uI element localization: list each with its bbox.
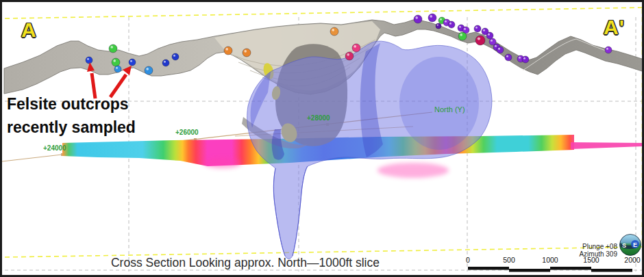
north-axis-label: North (Y) xyxy=(434,105,465,114)
sample-point-highlight xyxy=(225,48,228,51)
sample-point[interactable] xyxy=(474,25,481,32)
compass-letter-s: S xyxy=(622,242,626,249)
section-label-a: A xyxy=(21,18,37,42)
scale-bar-segment xyxy=(550,267,591,270)
sample-point-highlight xyxy=(483,29,485,31)
sample-point-highlight xyxy=(437,24,438,25)
sample-point-highlight xyxy=(415,16,418,19)
sample-point[interactable] xyxy=(112,58,120,66)
sample-point-highlight xyxy=(110,46,113,49)
sample-point[interactable] xyxy=(86,57,92,64)
felsite-annotation-line2: recently sampled xyxy=(7,116,136,139)
scale-label: 2000 xyxy=(619,256,644,264)
sample-point-highlight xyxy=(430,15,432,18)
sample-point[interactable] xyxy=(243,49,251,57)
scale-label: 1500 xyxy=(578,256,605,264)
axis-tick-label: +28000 xyxy=(307,114,330,122)
sample-point[interactable] xyxy=(486,32,493,39)
sample-point[interactable] xyxy=(145,66,153,75)
sample-point[interactable] xyxy=(436,23,441,29)
felsite-annotation-line1: Felsite outcrops xyxy=(7,92,136,116)
plunge-value: Plunge +08 xyxy=(573,243,617,250)
sample-point-highlight xyxy=(164,61,166,63)
sample-point-highlight xyxy=(332,29,334,31)
sample-point-highlight xyxy=(523,57,525,60)
axis-tick-label: +24000 xyxy=(43,144,66,152)
scale-label: 0 xyxy=(454,256,482,264)
sample-point-highlight xyxy=(130,60,132,62)
sample-point[interactable] xyxy=(448,21,455,28)
sample-point[interactable] xyxy=(505,54,512,61)
sample-point[interactable] xyxy=(114,66,121,72)
blue-intrusion-body xyxy=(247,41,492,259)
sample-point-highlight xyxy=(606,48,608,50)
felsite-annotation: Felsite outcrops recently sampled xyxy=(7,92,136,139)
sample-point[interactable] xyxy=(330,27,338,36)
scale-bar xyxy=(468,267,632,272)
sample-point-highlight xyxy=(87,58,89,60)
sample-point[interactable] xyxy=(522,56,529,63)
scale-label: 1000 xyxy=(536,256,564,264)
sample-point-highlight xyxy=(498,48,500,50)
sample-point-highlight xyxy=(173,55,175,57)
sample-point-highlight xyxy=(146,68,149,70)
sample-point-highlight xyxy=(445,21,447,23)
sample-point-highlight xyxy=(460,34,462,36)
sample-point-highlight xyxy=(475,27,478,29)
sample-point[interactable] xyxy=(109,44,117,53)
section-label-a-prime: A' xyxy=(604,16,625,39)
sample-point[interactable] xyxy=(428,14,436,22)
sample-point[interactable] xyxy=(605,47,612,53)
sample-point-highlight xyxy=(449,23,451,25)
sample-point-highlight xyxy=(478,37,480,40)
sample-point[interactable] xyxy=(475,36,485,45)
scale-label: 500 xyxy=(495,256,523,264)
sample-point[interactable] xyxy=(497,47,504,53)
sample-point-highlight xyxy=(506,55,508,57)
scale-bar-segment xyxy=(509,269,550,272)
sample-point[interactable] xyxy=(172,53,179,60)
sample-point-highlight xyxy=(464,28,466,30)
sample-point-highlight xyxy=(347,53,349,56)
sample-point-highlight xyxy=(354,45,356,48)
sample-point[interactable] xyxy=(414,15,422,23)
orientation-globe[interactable]: S E xyxy=(619,233,642,256)
viewport[interactable]: A A' Felsite outcrops recently sampled +… xyxy=(0,0,644,277)
figure-caption: Cross Section Looking approx. North—1000… xyxy=(91,256,399,270)
sample-point-highlight xyxy=(459,26,461,28)
sample-point-highlight xyxy=(116,67,118,69)
compass-letter-e: E xyxy=(633,241,637,248)
sample-point-highlight xyxy=(488,34,490,36)
sample-point-highlight xyxy=(113,60,116,62)
sample-point[interactable] xyxy=(458,32,467,40)
sample-point[interactable] xyxy=(352,44,360,52)
scale-bar-segment xyxy=(591,269,632,272)
sample-point[interactable] xyxy=(162,60,169,66)
scale-bar-segment xyxy=(468,267,509,270)
sample-point[interactable] xyxy=(129,59,136,66)
sample-point[interactable] xyxy=(224,47,232,55)
sample-point[interactable] xyxy=(345,52,354,60)
sample-point-highlight xyxy=(244,50,247,53)
sample-point-highlight xyxy=(495,45,497,47)
axis-tick-label: +26000 xyxy=(175,129,199,136)
sample-point-highlight xyxy=(491,40,493,42)
sample-point-highlight xyxy=(519,57,521,59)
sample-point-highlight xyxy=(440,18,442,21)
scene-3d[interactable] xyxy=(2,2,644,277)
